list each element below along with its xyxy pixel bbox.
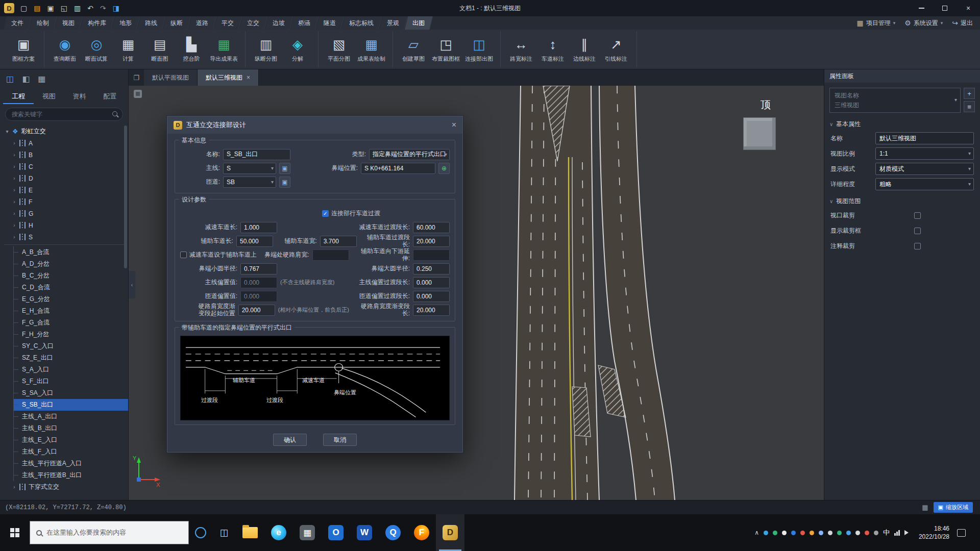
tray-icon[interactable] xyxy=(819,531,823,535)
open-folder-icon[interactable]: ▤ xyxy=(34,5,40,12)
toolbar-button[interactable]: ▣图框方案 xyxy=(8,31,39,67)
ribbon-tab[interactable]: 立交 xyxy=(239,16,267,30)
taskbar-app-word[interactable]: W xyxy=(350,514,379,551)
toolbar-button[interactable]: ↗引线标注 xyxy=(600,31,632,67)
tray-icon[interactable] xyxy=(874,531,878,535)
dialog-titlebar[interactable]: D 互通立交连接部设计 × xyxy=(167,116,462,134)
toolbar-button[interactable]: ◳布置裁图框 xyxy=(429,31,462,67)
property-select[interactable]: 粗略▾ xyxy=(875,178,974,190)
view-tab[interactable]: 默认平面视图 xyxy=(144,69,198,86)
property-section-header[interactable]: ∨基本属性 xyxy=(824,115,980,131)
tree-item[interactable]: 主线_平行匝道A_入口 xyxy=(13,458,128,469)
print-icon[interactable]: ▥ xyxy=(74,5,81,12)
zoom-region-button[interactable]: ▣ 缩放区域 xyxy=(934,502,973,513)
ribbon-tab[interactable]: 纵断 xyxy=(163,16,191,30)
undo-icon[interactable]: ↶ xyxy=(87,5,93,12)
toolbar-button[interactable]: ↔路宽标注 xyxy=(505,31,537,67)
tray-icon[interactable] xyxy=(846,531,851,535)
ribbon-tab[interactable]: 路线 xyxy=(137,16,165,30)
taskbar-clock[interactable]: 18:46 2022/10/28 xyxy=(919,524,949,541)
ribbon-tab[interactable]: 平交 xyxy=(214,16,242,30)
tree-item[interactable]: SY_C_入口 xyxy=(13,340,128,352)
toolbar-button[interactable]: ▦计算 xyxy=(112,31,144,67)
param-input[interactable] xyxy=(413,263,450,274)
toolbar-button[interactable]: ▙挖台阶 xyxy=(176,31,207,67)
checkbox-field[interactable]: 减速车道设于辅助车道上 xyxy=(180,251,257,259)
view-selector[interactable]: 视图名称 三维视图 ▾ xyxy=(829,88,961,113)
sidebar-tab[interactable]: 工程 xyxy=(3,89,34,104)
save-all-icon[interactable]: ◱ xyxy=(61,5,67,12)
toolbar-button[interactable]: ▤断面图 xyxy=(144,31,176,67)
checkbox-icon[interactable] xyxy=(914,212,921,219)
property-select[interactable]: 1:1▾ xyxy=(875,147,974,160)
tray-icon[interactable] xyxy=(855,531,860,535)
cortana-button[interactable] xyxy=(189,514,212,551)
new-file-icon[interactable]: ▢ xyxy=(20,5,27,12)
ribbon-tab[interactable]: 文件 xyxy=(4,16,32,30)
toolbar-button[interactable]: ◈分解 xyxy=(282,31,313,67)
checkbox-icon[interactable] xyxy=(180,252,187,258)
checkbox-field[interactable]: ✓连接部行车道过渡 xyxy=(322,209,380,218)
tree-item[interactable]: S_SB_出口 xyxy=(13,399,128,411)
tree-item[interactable]: S_F_出口 xyxy=(13,375,128,387)
toolbar-button[interactable]: ◉查询断面 xyxy=(49,31,81,67)
ribbon-tab[interactable]: 道路 xyxy=(188,16,216,30)
nose-position-input[interactable] xyxy=(361,163,435,174)
tree-node[interactable]: ›下穿式立交 xyxy=(0,481,128,493)
close-button[interactable]: × xyxy=(957,0,980,16)
tree-root-node[interactable]: ▾❖彩虹立交 xyxy=(0,126,128,137)
sidebar-collapse-icon[interactable]: ‹ xyxy=(129,271,135,298)
toolbar-button[interactable]: ▧平面分图 xyxy=(323,31,355,67)
tray-icon[interactable] xyxy=(764,531,768,535)
mainline-select[interactable]: S ▾ xyxy=(223,163,276,174)
param-input[interactable] xyxy=(238,305,275,316)
window-switch-icon[interactable]: ◨ xyxy=(113,5,119,12)
tree-node[interactable]: ›D xyxy=(0,172,128,184)
close-tab-icon[interactable]: × xyxy=(247,74,250,81)
tree-item[interactable]: S_SA_入口 xyxy=(13,387,128,399)
toolbar-button[interactable]: ◫连接部出图 xyxy=(462,31,496,67)
param-input[interactable] xyxy=(413,222,450,233)
tree-item[interactable]: F_H_分岔 xyxy=(13,329,128,340)
tray-icon[interactable] xyxy=(865,531,869,535)
sidebar-tab[interactable]: 配置 xyxy=(94,89,125,104)
view-list-button[interactable]: ≡ xyxy=(964,101,975,112)
taskbar-app-cad-app[interactable]: D xyxy=(436,514,464,551)
input-method-indicator[interactable]: 中 xyxy=(883,528,890,537)
pick-mainline-icon[interactable]: ▣ xyxy=(279,163,290,174)
toolbar-button[interactable]: ▱创建草图 xyxy=(398,31,429,67)
view-cube[interactable] xyxy=(743,117,776,150)
tray-icon[interactable] xyxy=(800,531,805,535)
cancel-button[interactable]: 取消 xyxy=(323,434,357,446)
tree-item[interactable]: E_H_合流 xyxy=(13,305,128,317)
tree-item[interactable]: 主线_A_出口 xyxy=(13,411,128,422)
tree-node[interactable]: ›E xyxy=(0,184,128,196)
redo-icon[interactable]: ↷ xyxy=(100,5,106,12)
ribbon-tab[interactable]: 标志标线 xyxy=(341,16,382,30)
tree-item[interactable]: F_G_合流 xyxy=(13,317,128,329)
tree-node[interactable]: ›A xyxy=(0,137,128,149)
tree-item[interactable]: B_C_分岔 xyxy=(13,270,128,282)
tree-item[interactable]: S_A_入口 xyxy=(13,364,128,375)
network-icon[interactable] xyxy=(894,530,900,536)
ribbon-tab[interactable]: 构件库 xyxy=(80,16,114,30)
pick-nose-icon[interactable]: ⊕ xyxy=(438,163,450,174)
sidebar-tab[interactable]: 资料 xyxy=(64,89,95,104)
search-input[interactable] xyxy=(5,108,123,121)
panel-grid-icon[interactable]: ▦ xyxy=(38,74,45,84)
taskbar-search-box[interactable]: 在这里输入你要搜索的内容 xyxy=(30,521,189,544)
tree-item[interactable]: 主线_F_入口 xyxy=(13,446,128,458)
checkbox-icon[interactable]: ✓ xyxy=(322,210,329,217)
tree-node[interactable]: ›B xyxy=(0,149,128,161)
minimize-button[interactable] xyxy=(910,0,933,16)
param-input[interactable] xyxy=(413,236,450,247)
taskbar-app-outlook[interactable]: O xyxy=(322,514,350,551)
grid-icon[interactable]: ▦ xyxy=(922,504,928,511)
tree-item[interactable]: 主线_E_入口 xyxy=(13,434,128,446)
tree-node[interactable]: ›F xyxy=(0,196,128,208)
tree-item[interactable]: 主线_B_出口 xyxy=(13,422,128,434)
tray-icon[interactable] xyxy=(773,531,777,535)
property-section-header[interactable]: ∨视图范围 xyxy=(824,192,980,208)
param-input[interactable] xyxy=(413,291,450,302)
tray-icon[interactable] xyxy=(837,531,842,535)
